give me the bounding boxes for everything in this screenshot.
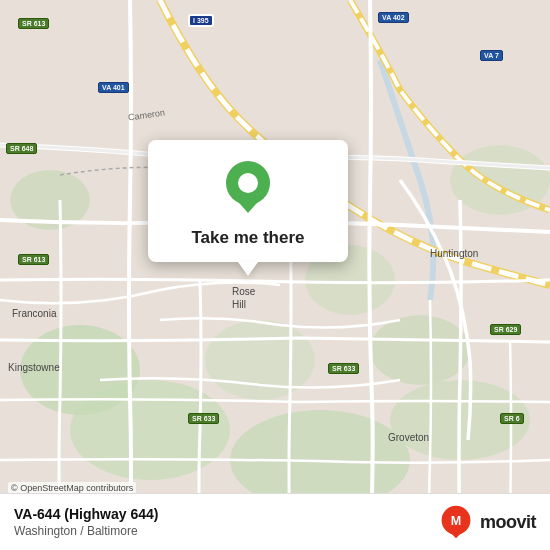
take-me-there-card[interactable]: Take me there [148,140,348,262]
svg-text:M: M [451,514,462,528]
sign-va7: VA 7 [480,50,503,61]
place-label-rose-hill: RoseHill [232,285,255,311]
svg-marker-12 [233,196,263,213]
sign-sr629: SR 629 [490,324,521,335]
sign-va401: VA 401 [98,82,129,93]
map-svg [0,0,550,550]
place-label-huntington: Huntington [430,248,478,259]
place-label-groveton: Groveton [388,432,429,443]
sign-i395: I 395 [188,14,214,27]
sign-sr6-bot: SR 6 [500,413,524,424]
svg-marker-14 [447,529,465,538]
location-name: VA-644 (Highway 644) [14,506,158,522]
bottom-bar: VA-644 (Highway 644) Washington / Baltim… [0,493,550,550]
location-city: Washington / Baltimore [14,524,158,538]
sign-sr613-top: SR 613 [18,18,49,29]
sign-sr633-mid: SR 633 [328,363,359,374]
sign-sr648: SR 648 [6,143,37,154]
place-label-kingstowne: Kingstowne [8,362,60,373]
sign-va402: VA 402 [378,12,409,23]
svg-point-2 [70,380,230,480]
sign-sr613-mid: SR 613 [18,254,49,265]
moovit-logo: M moovit [438,504,536,540]
svg-point-5 [370,315,470,385]
svg-point-11 [238,173,258,193]
moovit-text: moovit [480,512,536,533]
location-info: VA-644 (Highway 644) Washington / Baltim… [14,506,158,538]
sign-sr633-bot: SR 633 [188,413,219,424]
map-container: Franconia Kingstowne Huntington RoseHill… [0,0,550,550]
moovit-icon: M [438,504,474,540]
place-label-franconia: Franconia [12,308,56,319]
location-pin-icon [223,158,273,218]
take-me-there-button[interactable]: Take me there [191,228,304,248]
